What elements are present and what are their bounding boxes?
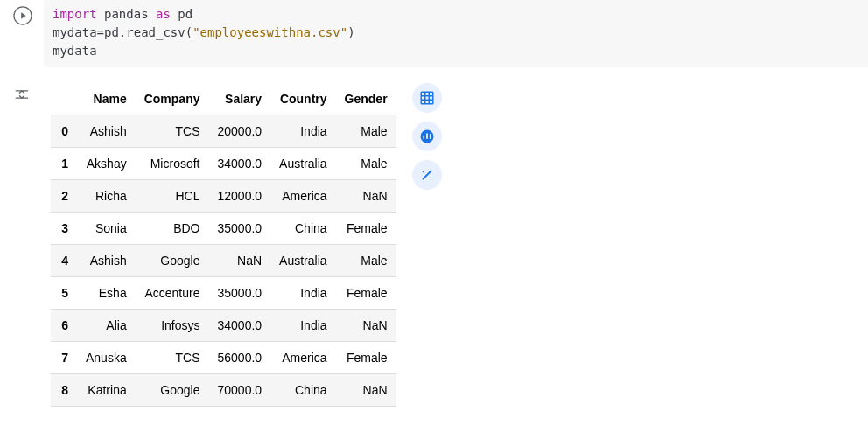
column-header: Company <box>136 83 209 115</box>
table-cell: TCS <box>136 342 209 374</box>
table-row: 7AnuskaTCS56000.0AmericaFemale <box>51 342 396 374</box>
table-cell: Infosys <box>136 310 209 342</box>
table-cell: Male <box>336 245 396 277</box>
code-text: ) <box>347 25 354 39</box>
output-side-actions <box>412 83 442 190</box>
table-cell: 34000.0 <box>209 310 271 342</box>
table-cell: Female <box>336 277 396 310</box>
output-gutter <box>0 83 44 106</box>
column-header: Country <box>270 83 335 115</box>
table-cell: NaN <box>336 374 396 407</box>
table-cell: 12000.0 <box>209 180 271 213</box>
table-cell: NaN <box>209 245 271 277</box>
table-cell: Katrina <box>77 374 136 407</box>
table-cell: Ashish <box>77 115 136 148</box>
keyword-import: import <box>52 7 97 21</box>
dataframe-table: Name Company Salary Country Gender 0Ashi… <box>51 83 396 407</box>
table-cell: 34000.0 <box>209 148 271 180</box>
table-cell: India <box>270 277 335 310</box>
row-index: 1 <box>51 148 77 180</box>
table-icon <box>419 90 435 106</box>
table-cell: Sonia <box>77 213 136 245</box>
table-cell: Australia <box>270 245 335 277</box>
table-cell: NaN <box>336 310 396 342</box>
table-cell: Female <box>336 342 396 374</box>
generate-code-button[interactable] <box>412 160 442 190</box>
keyword-as: as <box>156 7 171 21</box>
table-row: 1AkshayMicrosoft34000.0AustraliaMale <box>51 148 396 180</box>
run-cell-button[interactable] <box>10 3 35 28</box>
table-cell: Google <box>136 245 209 277</box>
table-cell: Alia <box>77 310 136 342</box>
row-index: 3 <box>51 213 77 245</box>
table-cell: India <box>270 115 335 148</box>
row-index: 2 <box>51 180 77 213</box>
magic-wand-icon <box>419 167 435 183</box>
table-cell: Microsoft <box>136 148 209 180</box>
suggest-charts-button[interactable] <box>412 122 442 151</box>
table-cell: Akshay <box>77 148 136 180</box>
table-cell: 20000.0 <box>209 115 271 148</box>
index-header <box>51 83 77 115</box>
output-area: Name Company Salary Country Gender 0Ashi… <box>0 83 868 407</box>
interactive-table-button[interactable] <box>412 83 442 113</box>
table-cell: NaN <box>336 180 396 213</box>
column-header: Salary <box>209 83 271 115</box>
table-row: 2RichaHCL12000.0AmericaNaN <box>51 180 396 213</box>
table-cell: China <box>270 213 335 245</box>
alias-name: pd <box>178 7 192 21</box>
table-cell: TCS <box>136 115 209 148</box>
table-cell: Male <box>336 115 396 148</box>
table-cell: Anuska <box>77 342 136 374</box>
table-cell: America <box>270 342 335 374</box>
table-cell: China <box>270 374 335 407</box>
table-cell: 35000.0 <box>209 213 271 245</box>
toggle-output-button[interactable] <box>10 83 33 106</box>
string-literal: "employeeswithna.csv" <box>192 25 347 39</box>
table-row: 3SoniaBDO35000.0ChinaFemale <box>51 213 396 245</box>
table-header: Name Company Salary Country Gender <box>51 83 396 115</box>
row-index: 5 <box>51 277 77 310</box>
svg-rect-1 <box>421 92 433 104</box>
table-cell: Ashish <box>77 245 136 277</box>
table-row: 8KatrinaGoogle70000.0ChinaNaN <box>51 374 396 407</box>
table-row: 0AshishTCS20000.0IndiaMale <box>51 115 396 148</box>
table-cell: 56000.0 <box>209 342 271 374</box>
column-header: Name <box>77 83 136 115</box>
table-cell: Male <box>336 148 396 180</box>
table-cell: Female <box>336 213 396 245</box>
module-name: pandas <box>104 7 149 21</box>
table-cell: America <box>270 180 335 213</box>
table-cell: Google <box>136 374 209 407</box>
table-row: 6AliaInfosys34000.0IndiaNaN <box>51 310 396 342</box>
table-row: 5EshaAccenture35000.0IndiaFemale <box>51 277 396 310</box>
cell-gutter <box>0 0 44 28</box>
table-cell: Australia <box>270 148 335 180</box>
code-editor[interactable]: import pandas as pdmydata=pd.read_csv("e… <box>44 0 868 67</box>
code-cell: import pandas as pdmydata=pd.read_csv("e… <box>0 0 868 67</box>
table-cell: Richa <box>77 180 136 213</box>
play-icon <box>13 6 32 25</box>
table-cell: 35000.0 <box>209 277 271 310</box>
variable-name: mydata <box>52 44 97 58</box>
table-cell: HCL <box>136 180 209 213</box>
table-cell: BDO <box>136 213 209 245</box>
row-index: 4 <box>51 245 77 277</box>
row-index: 7 <box>51 342 77 374</box>
row-index: 0 <box>51 115 77 148</box>
collapse-output-icon <box>13 86 31 103</box>
table-cell: 70000.0 <box>209 374 271 407</box>
output-body: Name Company Salary Country Gender 0Ashi… <box>44 83 868 407</box>
column-header: Gender <box>336 83 396 115</box>
table-row: 4AshishGoogleNaNAustraliaMale <box>51 245 396 277</box>
code-text: mydata=pd.read_csv( <box>52 25 192 39</box>
row-index: 6 <box>51 310 77 342</box>
table-cell: Accenture <box>136 277 209 310</box>
chart-icon <box>419 129 435 144</box>
table-cell: India <box>270 310 335 342</box>
table-cell: Esha <box>77 277 136 310</box>
row-index: 8 <box>51 374 77 407</box>
